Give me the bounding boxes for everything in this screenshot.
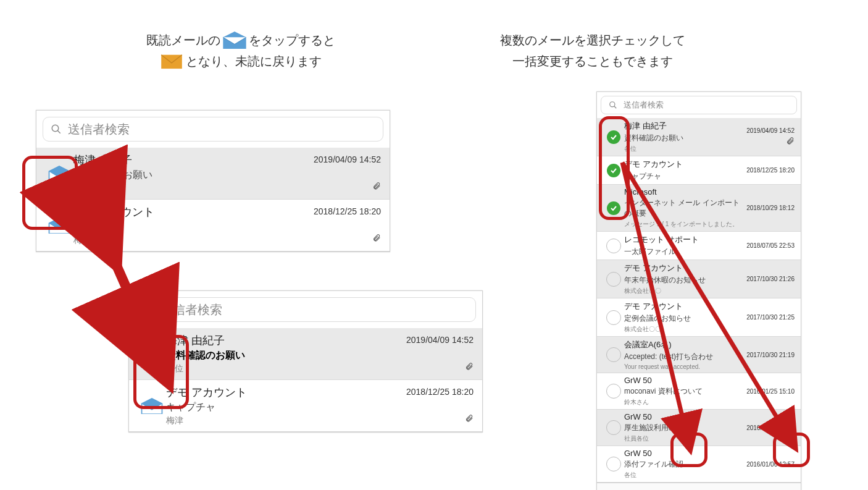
search-input[interactable]: 送信者検索 <box>601 96 797 114</box>
select-toggle[interactable] <box>603 384 624 399</box>
mail-status-icon[interactable] <box>45 218 73 234</box>
mail-sender: デモ アカウント <box>624 263 746 274</box>
svg-point-2 <box>144 305 151 312</box>
mail-date: 2017/10/30 21:26 <box>746 276 795 282</box>
check-icon[interactable] <box>607 130 620 144</box>
mail-sender: GrW 50 <box>624 412 746 421</box>
mail-right: 2017/10/30 21:25 <box>746 314 795 321</box>
mail-right: 2018/12/25 18:20 <box>314 206 381 244</box>
mail-subject: インターネット メール インポートの概要 <box>624 198 746 219</box>
mail-meta: デモ アカウント 年末年始休暇のお知らせ 株式会社〇〇 <box>624 263 746 295</box>
mail-preview: メッセージ 1 / 1 をインポートしました。 <box>624 220 746 229</box>
read-envelope-icon <box>223 32 246 49</box>
mail-sender: デモ アカウント <box>166 385 406 400</box>
mail-row[interactable]: Microsoft インターネット メール インポートの概要 メッセージ 1 /… <box>597 185 801 232</box>
mail-preview: 鈴木さん <box>624 398 746 407</box>
mail-meta: GrW 50 厚生施設利用のご案内 社員各位 <box>624 412 746 443</box>
mail-sender: デモ アカウント <box>624 301 746 312</box>
mail-sender: デモ アカウント <box>73 205 314 219</box>
mail-sender: GrW 50 <box>624 376 746 385</box>
mail-right: 2018/12/25 18:20 <box>746 167 795 174</box>
search-icon <box>51 124 62 135</box>
caption-right-line2: 一括変更することもできます <box>420 51 766 72</box>
mail-row[interactable]: GrW 50 moconavi 資料について 鈴木さん 2016/01/25 1… <box>597 373 801 410</box>
search-placeholder: 送信者検索 <box>624 99 664 111</box>
mail-subject: Accepted: (test)打ち合わせ <box>624 352 746 362</box>
check-icon[interactable] <box>607 164 620 177</box>
mail-date: 2018/12/25 18:20 <box>406 387 474 397</box>
mail-right: 2016/01/25 15:10 <box>746 388 795 395</box>
unchecked-icon[interactable] <box>606 310 621 325</box>
mail-sender: 梅津 由紀子 <box>166 333 406 348</box>
caption-left: 既読メールの をタップすると となり、未読に戻ります <box>68 30 414 72</box>
mail-row[interactable]: 梅津 由紀子 資料確認のお願い 各位 2019/04/09 14:52 <box>597 118 801 156</box>
select-toggle[interactable] <box>603 457 624 471</box>
mail-sender: Microsoft <box>624 187 746 196</box>
search-icon <box>143 304 154 315</box>
mail-status-icon[interactable] <box>45 166 73 182</box>
unchecked-icon[interactable] <box>606 347 621 362</box>
select-toggle[interactable] <box>603 310 624 325</box>
mail-meta: GrW 50 moconavi 資料について 鈴木さん <box>624 376 746 407</box>
caption-left-part1: 既読メールの <box>146 30 220 51</box>
mail-preview: 各位 <box>73 183 314 194</box>
select-toggle[interactable] <box>603 201 624 215</box>
mail-date: 2018/10/29 18:12 <box>746 205 795 211</box>
mail-row[interactable]: 梅津 由紀子 資料確認のお願い 各位 2019/04/09 14:52 <box>129 328 482 380</box>
mail-date: 2019/04/09 14:52 <box>746 127 795 134</box>
mail-preview: 各位 <box>624 145 746 153</box>
mail-right: 2017/10/30 21:19 <box>746 352 795 358</box>
search-placeholder: 送信者検索 <box>68 121 130 138</box>
mail-subject: キャプチャ <box>624 171 746 182</box>
mail-sender: 梅津 由紀子 <box>624 120 746 132</box>
select-toggle[interactable] <box>603 420 624 435</box>
mail-date: 2017/10/30 21:25 <box>746 314 795 321</box>
svg-point-1 <box>52 125 59 132</box>
mail-meta: 会議室A(6名) Accepted: (test)打ち合わせ Your requ… <box>624 339 746 370</box>
mail-row[interactable]: GrW 50 添付ファイル確認 各位 2016/01/06 12:57 <box>597 446 801 483</box>
mail-date: 2019/04/09 14:52 <box>406 335 474 345</box>
mail-row[interactable]: 梅津 由紀子 資料確認のお願い 各位 2019/04/09 14:52 <box>36 148 390 200</box>
check-icon[interactable] <box>607 201 620 215</box>
mail-row[interactable]: デモ アカウント キャプチャ 梅津 2018/12/25 18:20 <box>129 380 482 432</box>
select-toggle[interactable] <box>603 239 624 253</box>
caption-left-part2: をタップすると <box>249 30 335 51</box>
mail-subject: 年末年始休暇のお知らせ <box>624 275 746 285</box>
mail-preview: 各位 <box>624 471 746 479</box>
search-input[interactable]: 送信者検索 <box>43 117 383 142</box>
mail-sender: レコモット サポート <box>624 234 746 245</box>
mail-row[interactable]: デモ アカウント 定例会議のお知らせ 株式会社〇〇 2017/10/30 21:… <box>597 298 801 337</box>
mail-row[interactable]: 会議室A(6名) Accepted: (test)打ち合わせ Your requ… <box>597 337 801 373</box>
unchecked-icon[interactable] <box>606 420 621 435</box>
mail-meta: デモ アカウント 定例会議のお知らせ 株式会社〇〇 <box>624 301 746 334</box>
select-toggle[interactable] <box>603 272 624 287</box>
mail-meta: 梅津 由紀子 資料確認のお願い 各位 <box>624 120 746 153</box>
mail-preview: 梅津 <box>73 235 314 246</box>
unchecked-icon[interactable] <box>606 457 621 471</box>
svg-point-4 <box>610 102 615 107</box>
mail-subject: 定例会議のお知らせ <box>624 313 746 324</box>
select-toggle[interactable] <box>603 347 624 362</box>
select-toggle[interactable] <box>603 130 624 144</box>
mail-row[interactable]: デモ アカウント キャプチャ 2018/12/25 18:20 <box>597 156 801 185</box>
unchecked-icon[interactable] <box>606 239 621 253</box>
mail-preview: Your request was accepted. <box>624 363 746 370</box>
mail-preview: 各位 <box>166 363 406 374</box>
mail-row[interactable]: レコモット サポート 一太郎ファイル 2018/07/05 22:53 <box>597 232 801 260</box>
mail-row[interactable]: デモ アカウント キャプチャ 梅津 2018/12/25 18:20 <box>36 200 390 251</box>
unchecked-icon[interactable] <box>606 272 621 287</box>
select-toggle[interactable] <box>603 164 624 177</box>
mail-date: 2016/01/25 15:10 <box>746 388 795 395</box>
mail-row[interactable]: デモ アカウント 年末年始休暇のお知らせ 株式会社〇〇 2017/10/30 2… <box>597 260 801 298</box>
mail-status-icon[interactable] <box>138 398 166 414</box>
search-input[interactable]: 送信者検索 <box>135 297 476 322</box>
mail-sender: 梅津 由紀子 <box>73 153 314 167</box>
mail-right: 2016/01/06 14:59 <box>746 425 795 431</box>
caption-right: 複数のメールを選択チェックして 一括変更することもできます <box>420 30 766 72</box>
mail-subject: 一太郎ファイル <box>624 247 746 257</box>
unchecked-icon[interactable] <box>606 384 621 399</box>
mail-status-icon[interactable] <box>138 346 166 362</box>
mail-subject: 資料確認のお願い <box>624 133 746 143</box>
mail-row[interactable]: GrW 50 厚生施設利用のご案内 社員各位 2016/01/06 14:59 <box>597 410 801 446</box>
mail-date: 2016/01/06 14:59 <box>746 425 795 431</box>
